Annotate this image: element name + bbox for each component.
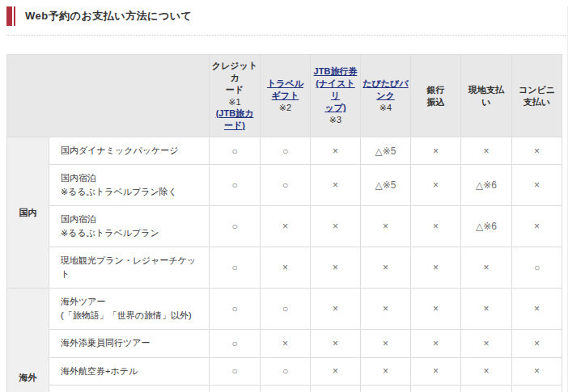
availability-cell: × xyxy=(311,330,361,357)
availability-cell: × xyxy=(512,357,562,385)
payment-methods-table: クレジットカード※1(JTB旅カード)トラベルギフト※2JTB旅行券(ナイストリ… xyxy=(6,54,562,392)
row-label: 国内ダイナミックパッケージ xyxy=(49,137,210,165)
availability-cell: × xyxy=(311,137,361,165)
availability-cell: × xyxy=(411,206,461,247)
availability-cell: × xyxy=(411,137,461,165)
column-header: JTB旅行券(ナイストリップ)※3 xyxy=(311,55,361,137)
availability-cell: ○ xyxy=(210,289,261,330)
availability-cell: × xyxy=(461,137,512,165)
availability-cell: ○ xyxy=(512,247,562,289)
availability-cell: × xyxy=(461,357,512,385)
availability-cell: × xyxy=(361,247,411,289)
column-header-note: ※2 xyxy=(262,102,308,114)
availability-cell: × xyxy=(311,247,361,289)
availability-cell: × xyxy=(311,165,361,206)
page: Web予約のお支払い方法について クレジットカード※1(JTB旅カード)トラベル… xyxy=(0,6,568,392)
availability-cell: × xyxy=(512,137,562,165)
header-row: クレジットカード※1(JTB旅カード)トラベルギフト※2JTB旅行券(ナイストリ… xyxy=(7,55,562,137)
availability-cell: △※5 xyxy=(361,165,411,206)
availability-cell: × xyxy=(512,289,562,330)
availability-cell: × xyxy=(361,357,411,385)
column-header-link[interactable]: たびたびバンク xyxy=(362,78,409,102)
column-header: クレジットカード※1(JTB旅カード) xyxy=(210,55,261,137)
availability-cell: ○ xyxy=(261,385,311,392)
column-header-text: クレジットカード xyxy=(212,61,257,95)
availability-cell: × xyxy=(512,206,562,247)
table-body: 国内国内ダイナミックパッケージ○○×△※5×××国内宿泊※るるぶトラベルプラン除… xyxy=(7,137,562,392)
availability-cell: × xyxy=(461,247,512,289)
availability-cell: × xyxy=(261,247,311,289)
availability-cell: × xyxy=(461,330,512,357)
availability-cell: × xyxy=(512,385,562,392)
availability-cell: ○ xyxy=(210,206,261,247)
availability-cell: × xyxy=(261,206,311,247)
group-cell: 国内 xyxy=(7,137,49,289)
row-label: 海外航空券+ホテル xyxy=(49,357,210,385)
availability-cell: ○ xyxy=(261,137,311,165)
availability-cell: × xyxy=(411,385,461,392)
title-accent-line-icon xyxy=(14,6,15,26)
table-row: 海外航空券+ホテル○○××××× xyxy=(7,357,562,385)
column-header-link[interactable]: (JTB旅カード) xyxy=(211,107,258,132)
page-title: Web予約のお支払い方法について xyxy=(25,9,192,23)
row-label: 現地観光プラン・レジャーチケット xyxy=(49,247,210,289)
row-label: 海外添乗員同行ツアー xyxy=(49,330,210,357)
group-cell: 海外 xyxy=(7,289,49,392)
header-corner-cell xyxy=(7,55,210,137)
table-row: 国内宿泊※るるぶトラベルプラン○××××△※6× xyxy=(7,206,562,247)
availability-cell: × xyxy=(512,330,562,357)
availability-cell: ○ xyxy=(261,357,311,385)
availability-cell: × xyxy=(261,330,311,357)
availability-cell: × xyxy=(311,357,361,385)
availability-cell: ○ xyxy=(210,165,261,206)
column-header: トラベルギフト※2 xyxy=(261,55,311,137)
availability-cell: × xyxy=(361,385,411,392)
availability-cell: △※6 xyxy=(461,206,512,247)
table-row: 海外海外ツアー(「旅物語」「世界の旅情」以外)○○××××× xyxy=(7,289,562,330)
column-header-text: コンビニ支払い xyxy=(519,85,555,107)
availability-cell: × xyxy=(311,289,361,330)
availability-cell: △※5 xyxy=(361,137,411,165)
availability-cell: ○ xyxy=(261,289,311,330)
availability-cell: × xyxy=(361,330,411,357)
availability-cell: × xyxy=(411,165,461,206)
availability-cell: × xyxy=(311,206,361,247)
column-header-link[interactable]: トラベルギフト xyxy=(262,78,308,102)
column-header-text: 現地支払い xyxy=(468,85,504,107)
availability-cell: ○ xyxy=(210,357,261,385)
availability-cell: × xyxy=(361,289,411,330)
availability-cell: × xyxy=(461,289,512,330)
table-header: クレジットカード※1(JTB旅カード)トラベルギフト※2JTB旅行券(ナイストリ… xyxy=(7,55,562,137)
column-header-note: ※4 xyxy=(362,102,409,114)
row-label: 海外ツアー(「旅物語」「世界の旅情」以外) xyxy=(49,289,210,330)
availability-cell: ○ xyxy=(210,330,261,357)
title-accent-bar-icon xyxy=(6,6,12,26)
availability-cell: × xyxy=(411,330,461,357)
row-label: 国内宿泊※るるぶトラベルプラン xyxy=(49,206,210,247)
column-header-text: 銀行振込 xyxy=(427,85,445,107)
availability-cell: × xyxy=(512,165,562,206)
row-label: 国内宿泊※るるぶトラベルプラン除く xyxy=(49,165,210,206)
availability-cell: ○ xyxy=(261,165,311,206)
column-header: 銀行振込 xyxy=(411,55,461,137)
column-header-note: ※1 xyxy=(211,96,258,108)
availability-cell: × xyxy=(361,206,411,247)
column-header-link[interactable]: JTB旅行券(ナイストリップ) xyxy=(312,65,358,113)
table-row: 国内宿泊※るるぶトラベルプラン除く○○×△※5×△※6× xyxy=(7,165,562,206)
availability-cell: × xyxy=(411,289,461,330)
availability-cell: × xyxy=(461,385,512,392)
table-row: 海外航空券○○××××× xyxy=(7,385,562,392)
row-label: 海外航空券 xyxy=(49,385,210,392)
availability-cell: × xyxy=(411,247,461,289)
table-row: 国内国内ダイナミックパッケージ○○×△※5××× xyxy=(7,137,562,165)
section-header: Web予約のお支払い方法について xyxy=(6,6,566,36)
availability-cell: ○ xyxy=(210,385,261,392)
column-header: たびたびバンク※4 xyxy=(361,55,411,137)
availability-cell: ○ xyxy=(210,137,261,165)
availability-cell: × xyxy=(411,357,461,385)
availability-cell: ○ xyxy=(210,247,261,289)
table-row: 現地観光プラン・レジャーチケット○×××××○ xyxy=(7,247,562,289)
column-header: コンビニ支払い xyxy=(512,55,562,137)
column-header: 現地支払い xyxy=(461,55,512,137)
table-row: 海外添乗員同行ツアー○×××××× xyxy=(7,330,562,357)
